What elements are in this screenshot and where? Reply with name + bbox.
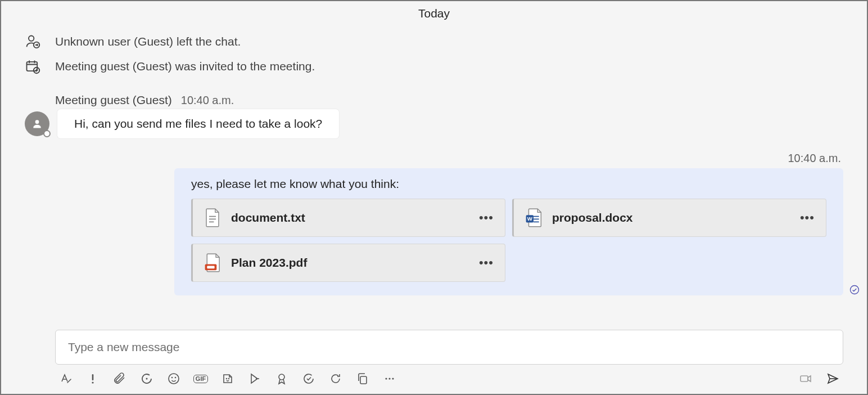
pdf-file-icon (204, 253, 221, 272)
attachment-grid: document.txt ••• W proposal.docx ••• (191, 199, 826, 282)
updates-button[interactable] (328, 371, 343, 386)
word-file-icon: W (525, 208, 542, 227)
sender-line: Meeting guest (Guest) 10:40 a.m. (25, 93, 843, 107)
user-left-icon (25, 34, 40, 50)
message-time: 10:40 a.m. (788, 152, 843, 165)
approval-icon (302, 372, 315, 385)
loop-button[interactable] (139, 371, 154, 386)
svg-point-21 (392, 378, 394, 379)
sticker-button[interactable] (220, 371, 235, 386)
svg-point-9 (851, 286, 859, 294)
video-button[interactable] (798, 371, 813, 386)
actions-button[interactable] (247, 371, 262, 386)
calendar-add-icon (25, 59, 40, 74)
sticker-icon (221, 372, 234, 385)
read-receipt-icon (849, 284, 860, 298)
system-event-text: Unknown user (Guest) left the chat. (55, 35, 241, 48)
svg-point-17 (279, 374, 284, 380)
svg-point-11 (92, 381, 93, 383)
incoming-bubble[interactable]: Hi, can you send me files I need to take… (57, 109, 339, 138)
file-more-button[interactable]: ••• (479, 255, 494, 270)
svg-point-19 (385, 378, 387, 379)
paperclip-icon (113, 372, 126, 385)
file-card-txt[interactable]: document.txt ••• (191, 199, 505, 237)
gif-icon: GIF (193, 375, 208, 383)
composer-toolbar: GIF (55, 365, 843, 388)
svg-rect-10 (92, 374, 94, 380)
priority-button[interactable] (85, 371, 100, 386)
svg-point-14 (175, 378, 176, 378)
format-button[interactable] (58, 371, 73, 386)
svg-rect-18 (360, 376, 367, 384)
system-event-invited: Meeting guest (Guest) was invited to the… (25, 55, 843, 80)
smile-icon (167, 372, 180, 385)
outgoing-bubble[interactable]: yes, please let me know what you think: … (174, 168, 843, 295)
incoming-message-row: Hi, can you send me files I need to take… (25, 109, 843, 138)
avatar[interactable] (25, 111, 49, 136)
svg-point-16 (229, 379, 229, 379)
file-name: document.txt (231, 211, 469, 225)
file-more-button[interactable]: ••• (479, 210, 494, 225)
format-icon (59, 372, 73, 385)
txt-file-icon (204, 208, 221, 227)
file-more-button[interactable]: ••• (800, 210, 815, 225)
send-button[interactable] (825, 371, 840, 386)
svg-point-15 (227, 379, 227, 379)
copy-icon (356, 372, 369, 385)
file-card-docx[interactable]: W proposal.docx ••• (512, 199, 826, 237)
approvals-button[interactable] (301, 371, 316, 386)
composer: GIF (1, 330, 867, 394)
svg-rect-2 (27, 62, 38, 71)
presence-indicator (43, 130, 51, 137)
person-icon (31, 118, 43, 129)
svg-point-13 (172, 378, 173, 378)
file-name: Plan 2023.pdf (231, 256, 469, 270)
loop-icon (140, 372, 153, 385)
attach-button[interactable] (112, 371, 127, 386)
badge-icon (275, 372, 288, 385)
exclaim-icon (86, 372, 100, 385)
svg-point-0 (29, 36, 34, 41)
svg-point-12 (169, 374, 179, 384)
svg-rect-22 (801, 376, 808, 381)
send-icon (826, 372, 839, 385)
play-out-icon (248, 372, 261, 385)
svg-point-20 (388, 378, 390, 379)
copy-button[interactable] (355, 371, 370, 386)
svg-point-4 (35, 120, 39, 124)
message-input[interactable] (55, 330, 843, 365)
sender-name: Meeting guest (Guest) (55, 93, 172, 107)
refresh-icon (329, 372, 342, 385)
outgoing-text: yes, please let me know what you think: (191, 177, 826, 191)
file-name: proposal.docx (552, 211, 790, 225)
date-divider: Today (25, 1, 843, 30)
praise-button[interactable] (274, 371, 289, 386)
file-card-pdf[interactable]: Plan 2023.pdf ••• (191, 244, 505, 282)
svg-rect-8 (207, 266, 214, 268)
more-button[interactable] (382, 371, 397, 386)
svg-text:W: W (527, 216, 533, 222)
system-event-left-chat: Unknown user (Guest) left the chat. (25, 30, 843, 55)
outgoing-message-row: 10:40 a.m. yes, please let me know what … (25, 152, 843, 295)
video-icon (799, 372, 812, 385)
message-time: 10:40 a.m. (181, 94, 234, 107)
ellipsis-icon (383, 372, 396, 385)
system-event-text: Meeting guest (Guest) was invited to the… (55, 60, 315, 73)
gif-button[interactable]: GIF (193, 371, 208, 386)
emoji-button[interactable] (166, 371, 181, 386)
